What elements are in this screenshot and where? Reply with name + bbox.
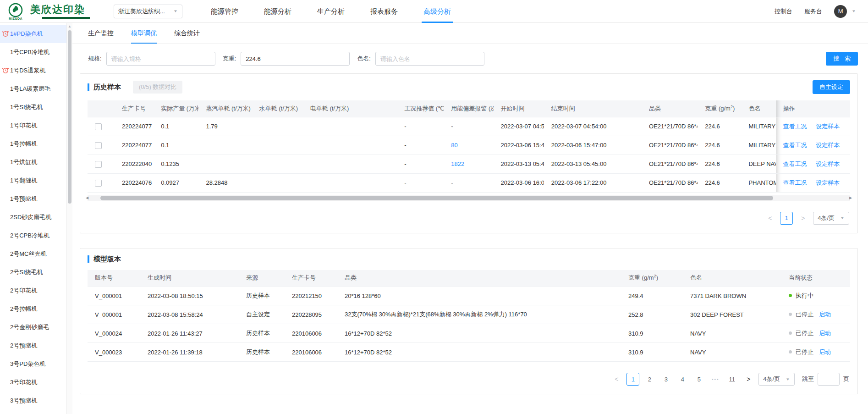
nav-report-service[interactable]: 报表服务 [357, 0, 411, 23]
cell-end: 2022-03-13 05:45:00 [544, 155, 642, 173]
set-sample-link[interactable]: 设定样本 [816, 160, 840, 167]
view-condition-link[interactable]: 查看工况 [783, 142, 807, 149]
sidebar-item-1pd-dyeing[interactable]: 1#PD染色机 [0, 25, 66, 43]
scroll-up-arrow-icon[interactable]: ▲ [68, 24, 71, 28]
sidebar-item-label: 2号金刚砂磨毛 [10, 323, 49, 331]
sidebar-item[interactable]: 1号预缩机 [0, 190, 66, 208]
nav-advanced-analysis[interactable]: 高级分析 [411, 0, 464, 23]
user-avatar[interactable]: M [834, 5, 847, 18]
scroll-right-arrow-icon[interactable]: ▶ [847, 195, 854, 201]
sidebar-item[interactable]: 3号PD染色机 [0, 355, 66, 373]
horizontal-scrollbar[interactable]: ◀ ▶ [88, 195, 850, 201]
sidebar-item[interactable]: 1号CPB冷堆机 [0, 43, 66, 61]
sidebar-item[interactable]: 1号翻缝机 [0, 171, 66, 190]
model-row: V_000001 2022-03-08 15:58:24 自主设定 220228… [88, 305, 850, 324]
view-condition-link[interactable]: 查看工况 [783, 123, 807, 130]
page-number-2[interactable]: 2 [643, 373, 656, 386]
tab-comprehensive-stats[interactable]: 综合统计 [174, 23, 200, 44]
sidebar-item[interactable]: 2号金刚砂磨毛 [0, 318, 66, 337]
sidebar-item[interactable]: 2号MC丝光机 [0, 245, 66, 263]
prev-page-button[interactable]: < [764, 212, 776, 225]
sidebar-item[interactable]: 2SD砂皮磨毛机 [0, 208, 66, 226]
page-size-select[interactable]: 4条/页 ▼ [813, 212, 849, 225]
scrollbar-thumb[interactable] [68, 30, 71, 204]
cell-operation: 查看工况 设定样本 [776, 117, 850, 136]
start-model-link[interactable]: 启动 [819, 348, 831, 355]
page-number-1[interactable]: 1 [780, 212, 793, 225]
page-size-select[interactable]: 4条/页 ▼ [758, 373, 795, 386]
weight-input[interactable] [241, 52, 350, 66]
spec-input[interactable] [106, 52, 215, 66]
sidebar-item-label: 1号SI烧毛机 [10, 103, 43, 111]
page-number-5[interactable]: 5 [692, 373, 705, 386]
page-number-3[interactable]: 3 [659, 373, 672, 386]
page-jump-input[interactable] [818, 373, 840, 386]
set-sample-link[interactable]: 设定样本 [816, 142, 840, 149]
start-model-link[interactable]: 启动 [819, 311, 831, 318]
sidebar-scrollbar[interactable]: ▲ [66, 23, 72, 414]
console-link[interactable]: 控制台 [775, 7, 792, 16]
next-page-button[interactable]: > [742, 373, 755, 386]
user-menu-chevron-icon[interactable]: ▼ [852, 9, 856, 13]
sidebar-item-1ds[interactable]: 1号DS退浆机 [0, 61, 66, 80]
sidebar-item-label: 2号印花机 [10, 287, 37, 295]
set-sample-link[interactable]: 设定样本 [816, 123, 840, 130]
page-number-1[interactable]: 1 [626, 373, 639, 386]
sidebar-item[interactable]: 3号预缩机 [0, 392, 66, 410]
nav-production-analysis[interactable]: 生产分析 [304, 0, 357, 23]
start-model-link[interactable]: 启动 [819, 330, 831, 337]
service-desk-link[interactable]: 服务台 [804, 7, 822, 16]
tab-production-monitor[interactable]: 生产监控 [88, 23, 114, 44]
history-row: 220224076 0.0927 28.2848 - - 2022-03-06 … [88, 173, 850, 192]
sidebar-item-label: 2SD砂皮磨毛机 [10, 213, 51, 221]
page-number-4[interactable]: 4 [676, 373, 689, 386]
sidebar-item[interactable]: 2号预缩机 [0, 337, 66, 355]
data-compare-button[interactable]: (0/5) 数据对比 [133, 81, 182, 94]
search-button[interactable]: 搜 索 [826, 52, 858, 66]
nav-energy-control[interactable]: 能源管控 [198, 0, 251, 23]
cell-status: 已停止启动 [781, 343, 850, 362]
sidebar-item[interactable]: 2号SI烧毛机 [0, 263, 66, 282]
jump-to-label: 跳至 [802, 375, 814, 383]
cell-recommended: - [397, 155, 444, 173]
next-page-button[interactable]: > [797, 212, 809, 225]
tab-model-tuning[interactable]: 模型调优 [131, 23, 157, 44]
cell-created: 2022-03-08 15:58:24 [140, 305, 239, 324]
alarm-count-link[interactable]: 80 [451, 142, 457, 149]
sidebar-item[interactable]: 1号SI烧毛机 [0, 98, 66, 116]
cell-card: 220212150 [285, 287, 337, 305]
view-condition-link[interactable]: 查看工况 [783, 160, 807, 167]
color-input[interactable] [375, 52, 484, 66]
col-operation: 操作 [776, 100, 850, 117]
sidebar-item[interactable]: 1号印花机 [0, 116, 66, 135]
custom-setting-button[interactable]: 自主设定 [813, 80, 850, 94]
set-sample-link[interactable]: 设定样本 [816, 179, 840, 186]
nav-energy-analysis[interactable]: 能源分析 [251, 0, 304, 23]
sidebar-item[interactable]: 3号印花机 [0, 373, 66, 392]
cell-operation: 查看工况 设定样本 [776, 155, 850, 173]
sidebar-item[interactable]: 2号印花机 [0, 282, 66, 300]
org-selector[interactable]: 浙江美欣达纺织... ▼ [114, 5, 182, 18]
cell-category: OE21*21/70D 86*49 [642, 173, 698, 192]
sidebar-item[interactable]: 1号烘缸机 [0, 153, 66, 171]
row-checkbox[interactable] [95, 161, 102, 168]
row-checkbox[interactable] [95, 123, 102, 130]
scroll-left-arrow-icon[interactable]: ◀ [84, 195, 90, 201]
row-checkbox[interactable] [95, 180, 102, 187]
scrollbar-thumb[interactable] [100, 196, 773, 200]
sidebar-item[interactable]: 1号LA碳素磨毛 [0, 80, 66, 98]
sidebar-item[interactable]: 2号拉幅机 [0, 300, 66, 318]
alarm-count-link[interactable]: 1822 [451, 160, 464, 167]
page-number-11[interactable]: 11 [725, 373, 738, 386]
row-checkbox[interactable] [95, 142, 102, 149]
cell-source: 历史样本 [239, 324, 285, 343]
sidebar-item[interactable]: 2号CPB冷堆机 [0, 226, 66, 245]
model-row: V_000023 2022-01-26 11:39:18 历史样本 220106… [88, 343, 850, 362]
cell-recommended: - [397, 117, 444, 136]
cell-end: 2022-03-07 04:54:00 [544, 117, 642, 136]
status-stopped-dot [789, 350, 792, 353]
page-ellipsis[interactable]: ••• [709, 373, 722, 386]
view-condition-link[interactable]: 查看工况 [783, 179, 807, 186]
prev-page-button[interactable]: < [610, 373, 623, 386]
sidebar-item[interactable]: 1号拉幅机 [0, 135, 66, 153]
